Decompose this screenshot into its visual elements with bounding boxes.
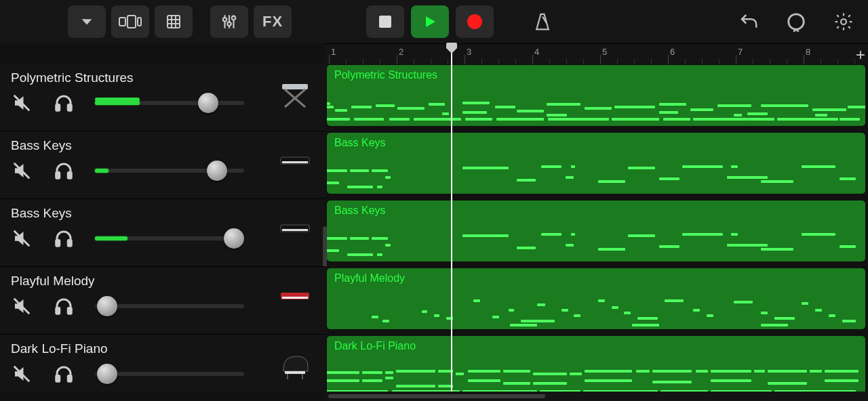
svg-rect-34 bbox=[282, 229, 308, 231]
track-headers-panel: Polymetric StructuresBass KeysBass KeysP… bbox=[0, 64, 326, 392]
track-view-dropdown[interactable] bbox=[68, 5, 106, 38]
stop-button[interactable] bbox=[366, 5, 404, 38]
timeline-ruler[interactable]: + 12345678 bbox=[326, 43, 868, 64]
metronome-button[interactable] bbox=[529, 8, 556, 35]
region-label: Bass Keys bbox=[334, 205, 386, 217]
track-header[interactable]: Playful Melody bbox=[0, 267, 326, 335]
track-name-label: Bass Keys bbox=[11, 206, 316, 221]
instrument-icon[interactable] bbox=[278, 280, 312, 314]
horizontal-scrollbar[interactable] bbox=[326, 392, 868, 401]
svg-rect-27 bbox=[68, 173, 71, 179]
top-toolbar: FX bbox=[0, 0, 868, 43]
midi-region[interactable]: Bass Keys bbox=[327, 133, 865, 194]
headphones-button[interactable] bbox=[53, 92, 75, 114]
svg-point-11 bbox=[227, 22, 231, 26]
svg-point-15 bbox=[467, 14, 482, 29]
grid-view-button[interactable] bbox=[155, 5, 193, 38]
ruler-bar-label: 4 bbox=[534, 47, 539, 57]
view-mode-button[interactable] bbox=[111, 5, 149, 38]
svg-point-18 bbox=[841, 19, 846, 24]
svg-rect-37 bbox=[68, 308, 71, 314]
midi-region[interactable]: Polymetric Structures bbox=[327, 65, 865, 126]
svg-rect-43 bbox=[285, 371, 305, 374]
mute-button[interactable] bbox=[11, 160, 33, 182]
svg-rect-36 bbox=[56, 308, 60, 314]
region-label: Playful Melody bbox=[334, 272, 405, 284]
svg-rect-41 bbox=[56, 376, 60, 382]
ruler-bar-label: 7 bbox=[738, 47, 743, 57]
ruler-bar-label: 5 bbox=[602, 47, 607, 57]
ruler-bar-label: 8 bbox=[806, 47, 810, 57]
svg-point-17 bbox=[789, 14, 804, 30]
play-button[interactable] bbox=[411, 5, 449, 38]
track-header[interactable]: Polymetric Structures bbox=[0, 64, 326, 131]
track-name-label: Bass Keys bbox=[11, 138, 316, 153]
mute-button[interactable] bbox=[11, 363, 33, 385]
region-label: Polymetric Structures bbox=[334, 69, 437, 81]
volume-slider[interactable] bbox=[95, 295, 244, 317]
undo-button[interactable] bbox=[735, 8, 762, 35]
mute-button[interactable] bbox=[11, 92, 33, 114]
svg-rect-3 bbox=[167, 16, 180, 28]
svg-rect-31 bbox=[56, 240, 60, 247]
track-header[interactable]: Bass Keys bbox=[0, 199, 326, 267]
volume-slider[interactable] bbox=[95, 92, 244, 114]
svg-point-13 bbox=[232, 16, 235, 20]
svg-point-9 bbox=[223, 18, 226, 21]
headphones-button[interactable] bbox=[53, 363, 75, 385]
midi-region[interactable]: Bass Keys bbox=[327, 200, 865, 261]
track-header[interactable]: Dark Lo-Fi Piano bbox=[0, 335, 326, 401]
svg-rect-20 bbox=[56, 105, 60, 111]
svg-rect-21 bbox=[68, 105, 71, 111]
ruler-bar-label: 1 bbox=[331, 47, 336, 57]
svg-rect-32 bbox=[68, 240, 71, 247]
volume-slider[interactable] bbox=[95, 228, 244, 249]
track-name-label: Dark Lo-Fi Piano bbox=[11, 341, 316, 356]
instrument-icon[interactable] bbox=[278, 77, 312, 111]
svg-rect-0 bbox=[119, 18, 125, 26]
record-button[interactable] bbox=[456, 5, 494, 38]
volume-slider[interactable] bbox=[95, 363, 244, 385]
svg-rect-14 bbox=[379, 16, 391, 28]
region-label: Bass Keys bbox=[334, 137, 386, 149]
headphones-button[interactable] bbox=[53, 160, 75, 182]
svg-rect-1 bbox=[127, 16, 136, 28]
track-header[interactable]: Bass Keys bbox=[0, 131, 326, 199]
ruler-bar-label: 3 bbox=[467, 47, 471, 57]
fx-button[interactable]: FX bbox=[254, 5, 292, 38]
instrument-icon[interactable] bbox=[278, 145, 312, 179]
svg-rect-42 bbox=[68, 376, 71, 382]
volume-slider[interactable] bbox=[95, 160, 244, 182]
midi-region[interactable]: Playful Melody bbox=[327, 268, 865, 329]
headphones-button[interactable] bbox=[53, 295, 75, 317]
region-label: Dark Lo-Fi Piano bbox=[334, 340, 416, 352]
svg-rect-29 bbox=[282, 161, 308, 163]
loop-button[interactable] bbox=[783, 8, 810, 35]
arrangement-area[interactable]: Polymetric StructuresBass KeysBass KeysP… bbox=[327, 64, 868, 392]
settings-button[interactable] bbox=[830, 8, 857, 35]
track-name-label: Playful Melody bbox=[11, 274, 316, 289]
midi-region[interactable]: Dark Lo-Fi Piano bbox=[327, 336, 865, 397]
mute-button[interactable] bbox=[11, 228, 33, 249]
ruler-bar-label: 2 bbox=[399, 47, 403, 57]
svg-rect-39 bbox=[282, 297, 308, 299]
instrument-icon[interactable] bbox=[278, 213, 312, 247]
svg-rect-26 bbox=[56, 173, 60, 179]
add-section-button[interactable]: + bbox=[856, 45, 865, 64]
instrument-icon[interactable] bbox=[278, 348, 312, 382]
track-name-label: Polymetric Structures bbox=[11, 70, 316, 85]
svg-rect-22 bbox=[282, 84, 308, 89]
playhead[interactable] bbox=[451, 43, 452, 392]
headphones-button[interactable] bbox=[53, 228, 75, 249]
ruler-bar-label: 6 bbox=[670, 47, 675, 57]
scrollbar-thumb[interactable] bbox=[328, 394, 545, 398]
svg-rect-2 bbox=[138, 18, 141, 26]
mute-button[interactable] bbox=[11, 295, 33, 317]
mixer-button[interactable] bbox=[210, 5, 248, 38]
